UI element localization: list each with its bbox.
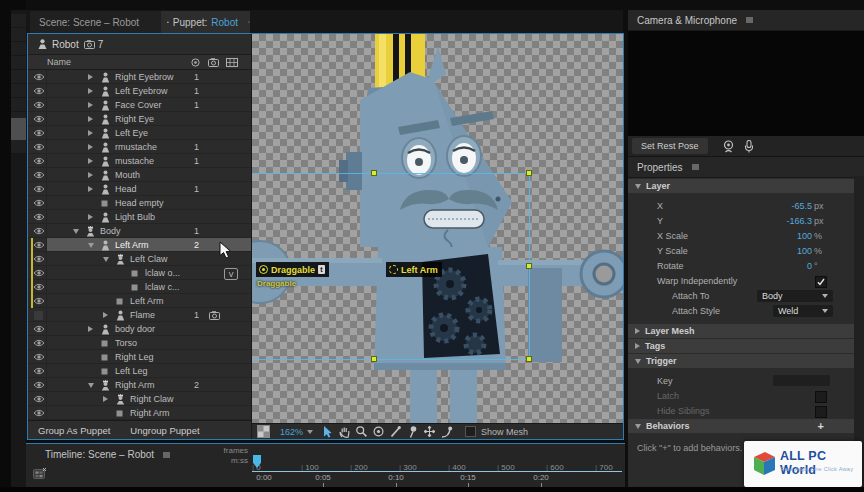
visibility-toggle[interactable]	[31, 252, 46, 266]
visibility-toggle[interactable]	[31, 70, 46, 84]
trigger-key-input[interactable]	[773, 375, 830, 386]
draggable-tool[interactable]	[438, 424, 455, 439]
layer-row[interactable]: Right Arm2	[28, 378, 251, 392]
layer-row[interactable]: Light Bulb	[28, 210, 251, 224]
set-rest-pose-button[interactable]: Set Rest Pose	[632, 138, 708, 154]
expander-icon[interactable]	[88, 98, 93, 112]
expander-icon[interactable]	[88, 238, 94, 252]
section-trigger[interactable]: Trigger	[628, 354, 864, 368]
layer-row[interactable]: body door	[28, 322, 251, 336]
expander-icon[interactable]	[88, 140, 93, 154]
attach-style-dropdown[interactable]: Weld	[773, 305, 833, 317]
visibility-toggle[interactable]	[31, 266, 46, 280]
visibility-toggle[interactable]	[31, 112, 46, 126]
hide-siblings-checkbox[interactable]	[815, 406, 827, 418]
attach-to-dropdown[interactable]: Body	[757, 290, 833, 302]
layer-row[interactable]: Right Leg	[28, 350, 251, 364]
zoom-tool[interactable]	[353, 424, 370, 439]
expander-icon[interactable]	[88, 112, 93, 126]
visibility-toggle[interactable]	[31, 406, 46, 420]
show-mesh-checkbox[interactable]	[465, 426, 476, 437]
puppet-viewport[interactable]: Draggable t Draggable Left Arm	[252, 34, 623, 423]
panel-menu-icon[interactable]	[248, 18, 250, 26]
expander-icon[interactable]	[88, 182, 93, 196]
panel-menu-icon[interactable]	[691, 163, 700, 171]
visibility-toggle[interactable]	[31, 168, 46, 182]
expander-icon[interactable]	[88, 322, 93, 336]
section-tags[interactable]: Tags	[628, 339, 864, 353]
layer-row[interactable]: lclaw c...	[28, 280, 251, 294]
visibility-toggle[interactable]	[31, 210, 46, 224]
visibility-toggle[interactable]	[31, 392, 46, 406]
transparency-grid-icon[interactable]	[257, 425, 270, 438]
expander-icon[interactable]	[88, 210, 93, 224]
field-value[interactable]: 100	[797, 231, 812, 241]
layer-row[interactable]: Right Eyebrow1	[28, 70, 251, 84]
visibility-toggle[interactable]	[31, 336, 46, 350]
visibility-toggle[interactable]	[31, 154, 46, 168]
layer-row[interactable]: Left Arm	[28, 294, 251, 308]
timeline-ruler[interactable]: | 0| 100| 200| 300| 400| 500| 600| 7000:…	[26, 461, 625, 488]
layer-row[interactable]: Left Arm2	[28, 238, 251, 252]
selection-handle[interactable]	[371, 170, 377, 176]
tab-puppet[interactable]: Puppet: Robot	[161, 11, 250, 33]
visibility-toggle[interactable]	[31, 98, 46, 112]
section-layer[interactable]: Layer	[628, 179, 864, 193]
layer-row[interactable]: Head empty	[28, 196, 251, 210]
visibility-toggle[interactable]	[31, 224, 46, 238]
visibility-toggle[interactable]	[31, 378, 46, 392]
zoom-level-value[interactable]: 162%	[280, 427, 303, 437]
select-tool[interactable]	[319, 424, 336, 439]
hand-tool[interactable]	[336, 424, 353, 439]
swap-set-badge[interactable]: V	[224, 268, 238, 280]
visibility-toggle[interactable]	[31, 364, 46, 378]
layer-row[interactable]: Right Eye	[28, 112, 251, 126]
left-arm-handle-tag[interactable]: Left Arm	[386, 262, 442, 277]
zoom-caret-icon[interactable]	[307, 430, 313, 434]
visibility-toggle[interactable]	[31, 308, 46, 322]
handle-tool[interactable]	[370, 424, 387, 439]
expander-icon[interactable]	[88, 378, 94, 392]
layer-row[interactable]: Head1	[28, 182, 251, 196]
visibility-toggle[interactable]	[31, 238, 46, 252]
expander-icon[interactable]	[88, 84, 93, 98]
add-behavior-button[interactable]: +	[818, 420, 824, 432]
expander-icon[interactable]	[103, 392, 108, 406]
pin-tool[interactable]	[404, 424, 421, 439]
layer-row[interactable]: mustache1	[28, 154, 251, 168]
section-layer-mesh[interactable]: Layer Mesh	[628, 324, 864, 338]
group-as-puppet-button[interactable]: Group As Puppet	[28, 421, 120, 439]
expander-icon[interactable]	[103, 252, 109, 266]
visibility-toggle[interactable]	[31, 196, 46, 210]
field-value[interactable]: -65.5	[791, 201, 812, 211]
visibility-toggle[interactable]	[31, 126, 46, 140]
layer-row[interactable]: Left Claw	[28, 252, 251, 266]
visibility-toggle[interactable]	[31, 84, 46, 98]
layer-row[interactable]: Left Leg	[28, 364, 251, 378]
field-value[interactable]: 0	[807, 261, 812, 271]
layer-row[interactable]: Left Eyebrow1	[28, 84, 251, 98]
visibility-toggle[interactable]	[31, 350, 46, 364]
expander-icon[interactable]	[88, 154, 93, 168]
layer-row[interactable]: Left Eye	[28, 126, 251, 140]
draggable-handle-tag[interactable]: Draggable t	[256, 262, 329, 277]
visibility-toggle[interactable]	[31, 322, 46, 336]
stick-tool[interactable]	[387, 424, 404, 439]
field-value[interactable]: 100	[797, 246, 812, 256]
layer-row[interactable]: Flame1	[28, 308, 251, 322]
panel-menu-icon[interactable]	[162, 451, 171, 459]
layer-row[interactable]: Right Claw	[28, 392, 251, 406]
visibility-toggle[interactable]	[31, 140, 46, 154]
expander-icon[interactable]	[103, 308, 108, 322]
selection-handle[interactable]	[526, 356, 532, 362]
webcam-icon[interactable]	[722, 140, 735, 153]
tab-scene[interactable]: Scene: Scene – Robot	[30, 11, 161, 33]
visibility-toggle[interactable]	[31, 294, 46, 308]
visibility-toggle[interactable]	[31, 280, 46, 294]
trigger-latch-checkbox[interactable]	[815, 391, 827, 403]
expander-icon[interactable]	[88, 70, 93, 84]
layer-row[interactable]: Mouth	[28, 168, 251, 182]
visibility-toggle[interactable]	[31, 182, 46, 196]
layer-row[interactable]: Torso	[28, 336, 251, 350]
layer-row[interactable]: rmustache1	[28, 140, 251, 154]
